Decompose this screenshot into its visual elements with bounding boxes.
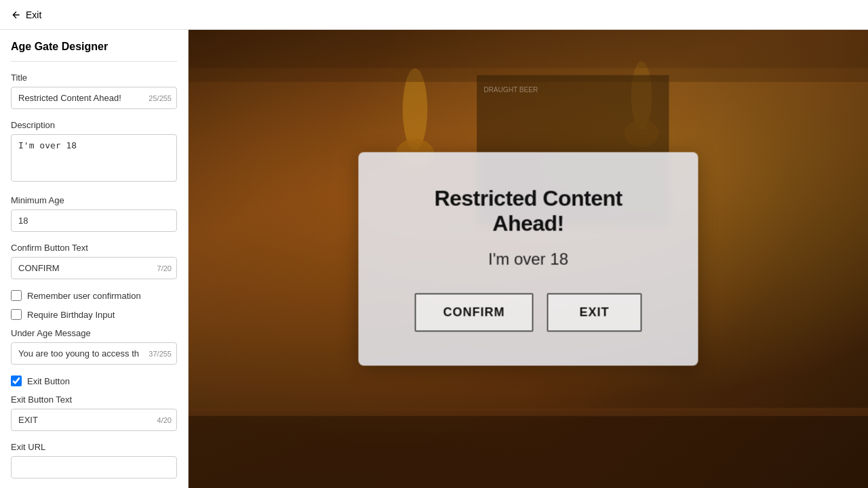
svg-text:DRAUGHT BEER: DRAUGHT BEER xyxy=(484,86,538,94)
require-birthday-row: Require Birthday Input xyxy=(11,309,177,320)
description-label: Description xyxy=(11,120,177,130)
svg-rect-6 xyxy=(189,411,868,488)
exit-url-label: Exit URL xyxy=(11,442,177,452)
title-input-wrapper: 25/255 xyxy=(11,87,177,109)
title-group: Title 25/255 xyxy=(11,73,177,109)
min-age-label: Minimum Age xyxy=(11,195,177,205)
modal-exit-button[interactable]: EXIT xyxy=(547,293,642,332)
modal-description: I'm over 18 xyxy=(399,250,658,269)
under-age-message-input[interactable] xyxy=(11,342,177,365)
modal-confirm-button[interactable]: CONFIRM xyxy=(415,293,534,332)
min-age-group: Minimum Age xyxy=(11,195,177,232)
main-layout: Age Gate Designer Title 25/255 Descripti… xyxy=(0,30,868,488)
confirm-button-text-label: Confirm Button Text xyxy=(11,243,177,253)
exit-url-group: Exit URL xyxy=(11,442,177,479)
under-age-message-wrapper: 37/255 xyxy=(11,342,177,365)
sidebar: Age Gate Designer Title 25/255 Descripti… xyxy=(0,30,189,488)
exit-label: Exit xyxy=(26,9,41,20)
confirm-button-text-input[interactable] xyxy=(11,257,177,279)
exit-button[interactable]: Exit xyxy=(11,9,41,20)
exit-button-text-group: Exit Button Text 4/20 xyxy=(11,394,177,431)
exit-button-text-wrapper: 4/20 xyxy=(11,409,177,431)
exit-button-row: Exit Button xyxy=(11,375,177,386)
age-gate-modal: Restricted Content Ahead! I'm over 18 CO… xyxy=(359,152,698,366)
exit-button-checkbox-label: Exit Button xyxy=(27,376,70,386)
top-bar: Exit xyxy=(0,0,868,30)
confirm-button-text-group: Confirm Button Text 7/20 xyxy=(11,243,177,279)
title-input[interactable] xyxy=(11,87,177,109)
sidebar-title: Age Gate Designer xyxy=(11,41,177,62)
confirm-button-text-wrapper: 7/20 xyxy=(11,257,177,279)
remember-user-checkbox[interactable] xyxy=(11,290,22,301)
modal-buttons: CONFIRM EXIT xyxy=(399,293,658,332)
title-label: Title xyxy=(11,73,177,83)
exit-button-text-label: Exit Button Text xyxy=(11,394,177,405)
preview-area: DRAUGHT BEER Restricted Content Ahead! I… xyxy=(189,30,868,488)
exit-icon xyxy=(11,9,22,20)
under-age-message-label: Under Age Message xyxy=(11,328,177,338)
exit-url-input[interactable] xyxy=(11,456,177,479)
svg-rect-4 xyxy=(189,30,868,68)
modal-title: Restricted Content Ahead! xyxy=(399,186,658,237)
exit-button-text-input[interactable] xyxy=(11,409,177,431)
min-age-input[interactable] xyxy=(11,209,177,232)
svg-rect-7 xyxy=(189,408,868,416)
require-birthday-label: Require Birthday Input xyxy=(27,310,115,320)
exit-button-checkbox[interactable] xyxy=(11,375,22,386)
remember-user-row: Remember user confirmation xyxy=(11,290,177,301)
description-input[interactable] xyxy=(11,134,177,182)
description-group: Description xyxy=(11,120,177,184)
remember-user-label: Remember user confirmation xyxy=(27,291,141,301)
require-birthday-checkbox[interactable] xyxy=(11,309,22,320)
under-age-message-group: Under Age Message 37/255 xyxy=(11,328,177,365)
